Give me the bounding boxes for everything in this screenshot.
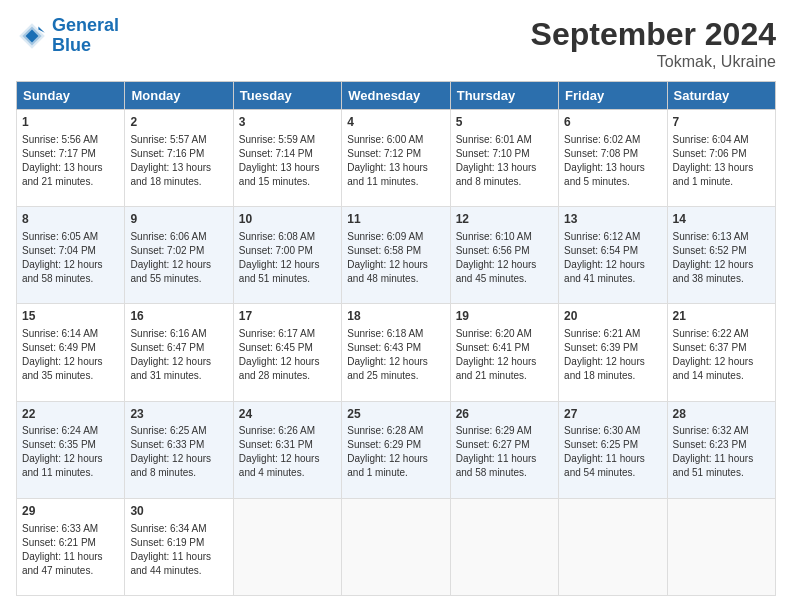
day-info: Sunset: 6:33 PM: [130, 438, 227, 452]
day-info: and 51 minutes.: [673, 466, 770, 480]
day-info: and 4 minutes.: [239, 466, 336, 480]
day-info: Sunrise: 6:05 AM: [22, 230, 119, 244]
calendar-cell: 9Sunrise: 6:06 AMSunset: 7:02 PMDaylight…: [125, 207, 233, 304]
day-info: Sunset: 7:12 PM: [347, 147, 444, 161]
calendar-cell: 1Sunrise: 5:56 AMSunset: 7:17 PMDaylight…: [17, 110, 125, 207]
header-wednesday: Wednesday: [342, 82, 450, 110]
day-number: 13: [564, 211, 661, 228]
day-info: and 25 minutes.: [347, 369, 444, 383]
day-info: Sunset: 6:49 PM: [22, 341, 119, 355]
day-info: and 8 minutes.: [456, 175, 553, 189]
day-info: Daylight: 13 hours: [564, 161, 661, 175]
day-number: 19: [456, 308, 553, 325]
day-info: Daylight: 12 hours: [22, 355, 119, 369]
day-number: 18: [347, 308, 444, 325]
day-info: Sunrise: 6:26 AM: [239, 424, 336, 438]
day-info: Sunrise: 6:10 AM: [456, 230, 553, 244]
day-number: 3: [239, 114, 336, 131]
day-info: and 15 minutes.: [239, 175, 336, 189]
header-sunday: Sunday: [17, 82, 125, 110]
day-number: 29: [22, 503, 119, 520]
day-info: and 14 minutes.: [673, 369, 770, 383]
day-info: Daylight: 12 hours: [22, 258, 119, 272]
calendar-cell: 11Sunrise: 6:09 AMSunset: 6:58 PMDayligh…: [342, 207, 450, 304]
day-info: Sunset: 6:27 PM: [456, 438, 553, 452]
calendar-cell: 16Sunrise: 6:16 AMSunset: 6:47 PMDayligh…: [125, 304, 233, 401]
day-info: Sunset: 7:02 PM: [130, 244, 227, 258]
calendar-table: Sunday Monday Tuesday Wednesday Thursday…: [16, 81, 776, 596]
calendar-cell: 25Sunrise: 6:28 AMSunset: 6:29 PMDayligh…: [342, 401, 450, 498]
day-info: and 48 minutes.: [347, 272, 444, 286]
day-info: Sunrise: 6:21 AM: [564, 327, 661, 341]
day-info: Sunrise: 6:08 AM: [239, 230, 336, 244]
day-info: Sunrise: 6:06 AM: [130, 230, 227, 244]
header: General Blue September 2024 Tokmak, Ukra…: [16, 16, 776, 71]
day-info: Sunrise: 6:28 AM: [347, 424, 444, 438]
calendar-cell: [559, 498, 667, 595]
logo: General Blue: [16, 16, 119, 56]
day-number: 20: [564, 308, 661, 325]
day-info: Daylight: 13 hours: [130, 161, 227, 175]
day-info: Daylight: 12 hours: [239, 258, 336, 272]
day-info: Sunset: 7:06 PM: [673, 147, 770, 161]
day-info: Sunset: 7:14 PM: [239, 147, 336, 161]
day-info: and 21 minutes.: [22, 175, 119, 189]
day-info: Sunset: 6:58 PM: [347, 244, 444, 258]
day-info: Sunset: 6:47 PM: [130, 341, 227, 355]
day-info: Daylight: 11 hours: [456, 452, 553, 466]
day-number: 12: [456, 211, 553, 228]
calendar-cell: 17Sunrise: 6:17 AMSunset: 6:45 PMDayligh…: [233, 304, 341, 401]
calendar-cell: [667, 498, 775, 595]
day-info: Sunset: 7:10 PM: [456, 147, 553, 161]
day-info: and 11 minutes.: [22, 466, 119, 480]
calendar-cell: 5Sunrise: 6:01 AMSunset: 7:10 PMDaylight…: [450, 110, 558, 207]
day-info: and 44 minutes.: [130, 564, 227, 578]
calendar-cell: 7Sunrise: 6:04 AMSunset: 7:06 PMDaylight…: [667, 110, 775, 207]
day-info: Sunset: 7:08 PM: [564, 147, 661, 161]
logo-line1: General: [52, 15, 119, 35]
day-info: Daylight: 11 hours: [22, 550, 119, 564]
day-info: Daylight: 11 hours: [564, 452, 661, 466]
day-info: Daylight: 12 hours: [673, 258, 770, 272]
day-info: Daylight: 12 hours: [456, 258, 553, 272]
day-info: Daylight: 12 hours: [347, 355, 444, 369]
day-number: 8: [22, 211, 119, 228]
calendar-cell: 26Sunrise: 6:29 AMSunset: 6:27 PMDayligh…: [450, 401, 558, 498]
day-info: Sunrise: 5:59 AM: [239, 133, 336, 147]
day-info: Sunset: 6:35 PM: [22, 438, 119, 452]
calendar-cell: 3Sunrise: 5:59 AMSunset: 7:14 PMDaylight…: [233, 110, 341, 207]
day-number: 28: [673, 406, 770, 423]
header-tuesday: Tuesday: [233, 82, 341, 110]
day-info: Sunrise: 6:30 AM: [564, 424, 661, 438]
header-friday: Friday: [559, 82, 667, 110]
day-info: Sunrise: 6:20 AM: [456, 327, 553, 341]
day-number: 7: [673, 114, 770, 131]
day-info: Sunset: 6:43 PM: [347, 341, 444, 355]
day-info: Daylight: 12 hours: [564, 258, 661, 272]
day-number: 30: [130, 503, 227, 520]
calendar-cell: [342, 498, 450, 595]
day-number: 9: [130, 211, 227, 228]
main-title: September 2024: [531, 16, 776, 53]
day-info: Sunset: 7:04 PM: [22, 244, 119, 258]
day-number: 11: [347, 211, 444, 228]
day-info: Sunset: 6:52 PM: [673, 244, 770, 258]
day-info: Sunrise: 6:29 AM: [456, 424, 553, 438]
day-number: 4: [347, 114, 444, 131]
calendar-cell: 6Sunrise: 6:02 AMSunset: 7:08 PMDaylight…: [559, 110, 667, 207]
day-number: 1: [22, 114, 119, 131]
calendar-cell: 12Sunrise: 6:10 AMSunset: 6:56 PMDayligh…: [450, 207, 558, 304]
calendar-cell: 23Sunrise: 6:25 AMSunset: 6:33 PMDayligh…: [125, 401, 233, 498]
day-info: Sunset: 6:19 PM: [130, 536, 227, 550]
header-row: Sunday Monday Tuesday Wednesday Thursday…: [17, 82, 776, 110]
day-info: Sunset: 6:54 PM: [564, 244, 661, 258]
day-info: Sunrise: 6:18 AM: [347, 327, 444, 341]
day-number: 24: [239, 406, 336, 423]
day-info: Sunrise: 6:17 AM: [239, 327, 336, 341]
day-info: Sunset: 7:16 PM: [130, 147, 227, 161]
title-section: September 2024 Tokmak, Ukraine: [531, 16, 776, 71]
day-info: Daylight: 12 hours: [239, 355, 336, 369]
day-info: Sunrise: 6:32 AM: [673, 424, 770, 438]
day-number: 26: [456, 406, 553, 423]
day-info: Sunrise: 6:34 AM: [130, 522, 227, 536]
